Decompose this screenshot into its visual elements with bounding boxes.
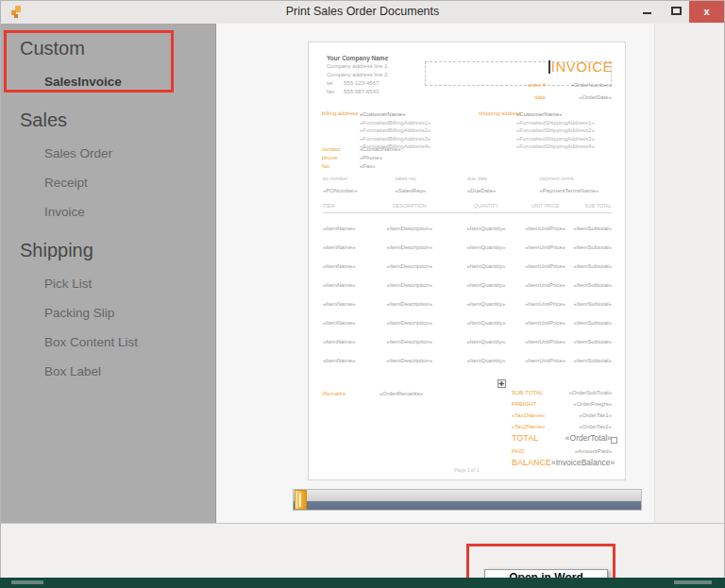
total-balance: BALANCE«InvoiceBalance» <box>512 460 612 466</box>
total--tax2name-: «Tax2Name»«OrderTax2» <box>512 424 612 430</box>
fax-value: 555-987-6543 <box>344 89 379 94</box>
table-cell: «ItemDescription» <box>366 338 453 345</box>
total-label: FREIGHT <box>512 401 536 408</box>
close-button[interactable]: x <box>689 1 724 23</box>
invoice-title: INVOICE <box>548 59 613 75</box>
total-label: TOTAL <box>512 435 538 442</box>
table-cell: «ItemUnitPrice» <box>519 244 571 251</box>
sidebar-section-sales: Sales <box>20 109 215 131</box>
meta-label: due date <box>467 176 540 181</box>
total-value: «OrderTotal» <box>565 435 612 442</box>
table-cell: «ItemSubtotal» <box>571 262 612 270</box>
table-header-description: DESCRIPTION <box>366 203 453 209</box>
shipping-address-label: shipping address <box>479 110 521 116</box>
table-cell: «ItemDescription» <box>366 319 453 327</box>
totals-block: SUB-TOTAL«OrderSubTotal»FREIGHT«OrderFre… <box>512 390 612 473</box>
items-table-body: «ItemName»«ItemDescription»«ItemQuantity… <box>323 225 612 364</box>
items-table-header: ITEMDESCRIPTIONQUANTITYUNIT PRICESUB-TOT… <box>323 203 612 213</box>
table-cell: «ItemSubtotal» <box>571 338 612 345</box>
table-cell: «ItemName» <box>323 338 366 345</box>
order-field-value: «OrderDate» <box>546 94 612 101</box>
table-cell: «ItemDescription» <box>366 225 453 232</box>
table-cell: «ItemUnitPrice» <box>519 281 571 289</box>
sidebar-item-sales-order[interactable]: Sales Order <box>44 146 215 160</box>
table-cell: «ItemQuantity» <box>453 225 519 232</box>
table-cell: «ItemQuantity» <box>453 262 519 270</box>
order-fields: order #«OrderNumber»date«OrderDate» <box>479 82 612 107</box>
total-label: «Tax2Name» <box>512 424 545 430</box>
company-fax: fax555-987-6543 <box>327 88 388 96</box>
sidebar-item-invoice[interactable]: Invoice <box>44 205 215 219</box>
shipping-line-3: «FormattedShippingAddress3» <box>516 135 595 143</box>
fax-label: fax <box>327 88 344 96</box>
template-sidebar: CustomSalesInvoiceSalesSales OrderReceip… <box>1 24 216 523</box>
remarks-row: Remarks«OrderRemarks» <box>323 391 423 396</box>
table-cell: «ItemUnitPrice» <box>519 319 571 327</box>
table-cell: «ItemQuantity» <box>453 357 519 364</box>
billing-line-3: «FormattedBillingAddress3» <box>360 135 430 143</box>
table-move-handle[interactable]: ✚ <box>497 379 506 388</box>
table-row: «ItemName»«ItemDescription»«ItemQuantity… <box>323 244 612 251</box>
sidebar-item-salesinvoice[interactable]: SalesInvoice <box>44 75 215 89</box>
horizontal-scrollbar[interactable] <box>293 489 642 511</box>
minimize-button[interactable] <box>643 12 651 14</box>
sidebar-item-pick-list[interactable]: Pick List <box>44 277 215 291</box>
table-header-item: ITEM <box>323 203 366 209</box>
sidebar-item-packing-slip[interactable]: Packing Slip <box>44 306 215 320</box>
table-row: «ItemName»«ItemDescription»«ItemQuantity… <box>323 357 612 364</box>
sidebar-item-box-label[interactable]: Box Label <box>44 364 215 378</box>
meta-label: sales rep <box>396 176 468 181</box>
table-header-quantity: QUANTITY <box>453 203 519 209</box>
table-cell: «ItemSubtotal» <box>571 319 612 327</box>
meta-value: «PaymentTermsName» <box>540 188 613 193</box>
screen: Print Sales Order Documents x CustomSale… <box>0 0 725 588</box>
table-row: «ItemName»«ItemDescription»«ItemQuantity… <box>323 300 612 308</box>
sidebar-section-custom: Custom <box>20 38 215 59</box>
table-cell: «ItemDescription» <box>366 357 453 364</box>
table-cell: «ItemQuantity» <box>453 319 519 327</box>
taskbar-text-speck <box>674 580 712 584</box>
meta-sales-rep: sales rep«SalesRep» <box>396 176 468 193</box>
table-cell: «ItemSubtotal» <box>571 300 612 308</box>
table-cell: «ItemName» <box>323 357 366 364</box>
tel-value: 555-123-4567 <box>344 80 379 86</box>
document-page: Your Company Name Company address line 1… <box>308 42 626 480</box>
taskbar-text-speck <box>11 580 43 584</box>
maximize-button[interactable] <box>671 7 682 15</box>
table-cell: «ItemUnitPrice» <box>519 300 571 308</box>
contact-label: phone <box>322 154 360 162</box>
preview-pane: Your Company Name Company address line 1… <box>217 24 655 523</box>
table-cell: «ItemSubtotal» <box>571 281 612 289</box>
order-meta-row: po number«PONumber»sales rep«SalesRep»du… <box>323 176 612 193</box>
company-name: Your Company Name <box>327 54 388 62</box>
table-cell: «ItemSubtotal» <box>571 225 612 232</box>
total--tax1name-: «Tax1Name»«OrderTax1» <box>512 412 612 419</box>
contact-value: «Fax» <box>360 163 376 169</box>
order-field-date: date«OrderDate» <box>479 94 612 101</box>
background-taskbar-strip <box>0 578 725 588</box>
table-cell: «ItemUnitPrice» <box>519 338 571 345</box>
scrollbar-thumb[interactable] <box>295 490 307 510</box>
contact-field-phone: phone«Phone» <box>322 154 400 162</box>
shipping-address-lines: «CustomerName»«FormattedShippingAddress1… <box>516 110 595 151</box>
table-cell: «ItemUnitPrice» <box>519 225 571 232</box>
meta-po-number: po number«PONumber» <box>323 176 396 193</box>
print-dialog-window: Print Sales Order Documents x CustomSale… <box>0 0 725 578</box>
table-row: «ItemName»«ItemDescription»«ItemQuantity… <box>323 225 612 232</box>
footer-panel: Printer Microsoft XPS Document Writer ▼ … <box>1 523 724 578</box>
company-block: Your Company Name Company address line 1… <box>327 54 388 96</box>
shipping-line-4: «FormattedShippingAddress4» <box>516 143 595 151</box>
table-row: «ItemName»«ItemDescription»«ItemQuantity… <box>323 281 612 289</box>
table-cell: «ItemDescription» <box>366 300 453 308</box>
contact-block: contact«ContactName»phone«Phone»fax«Fax» <box>322 145 400 171</box>
remarks-value: «OrderRemarks» <box>379 391 423 396</box>
table-row: «ItemName»«ItemDescription»«ItemQuantity… <box>323 262 612 270</box>
contact-field-fax: fax«Fax» <box>322 162 400 171</box>
page-corner-marker <box>611 437 617 444</box>
company-tel: tel555-123-4567 <box>327 79 388 88</box>
sidebar-item-box-content-list[interactable]: Box Content List <box>44 335 215 349</box>
sidebar-item-receipt[interactable]: Receipt <box>44 176 215 190</box>
table-cell: «ItemName» <box>323 225 366 232</box>
table-header-unit-price: UNIT PRICE <box>519 203 571 209</box>
billing-line-1: «FormattedBillingAddress1» <box>360 119 430 127</box>
